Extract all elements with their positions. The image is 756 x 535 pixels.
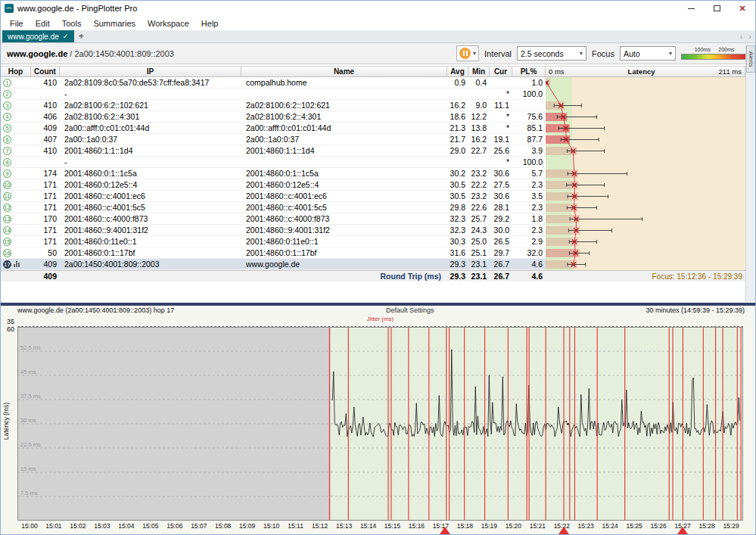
col-header-min[interactable]: Min: [468, 66, 490, 77]
hop-number-badge: 12: [3, 204, 11, 212]
table-row-hop-5[interactable]: 54092a00::afff:0:c01:c01:44d2a00::afff:0…: [1, 123, 745, 134]
caret-down-icon: ▾: [580, 50, 583, 57]
minimize-button[interactable]: [678, 1, 704, 16]
table-row-hop-11[interactable]: 111712001:4860::c:4001:ec62001:4860::c:4…: [1, 191, 745, 202]
cell-avg: 30.2: [447, 168, 468, 179]
tab-target[interactable]: www.google.de ✓: [2, 30, 74, 42]
cell-cur: 29.7: [490, 247, 512, 258]
close-button[interactable]: ✕: [730, 1, 755, 16]
time-axis-label: 15:28: [698, 522, 714, 530]
maximize-button[interactable]: [704, 1, 730, 16]
col-header-ip[interactable]: IP: [60, 66, 241, 77]
menu-tools[interactable]: Tools: [56, 17, 88, 30]
hop-number-badge: 15: [3, 238, 11, 246]
cell-name: 2001:4860:0:1::17bf: [241, 247, 447, 258]
col-header-count[interactable]: Count: [31, 66, 60, 77]
cell-latency-graph: [546, 202, 745, 213]
col-header-avg[interactable]: Avg: [447, 66, 468, 77]
new-tab-button[interactable]: +: [74, 30, 88, 42]
table-row-hop-9[interactable]: 91742001:4860:0:1::1c5a2001:4860:0:1::1c…: [1, 168, 745, 179]
table-row-hop-8[interactable]: 8-*100.0: [1, 157, 745, 168]
cell-hop: 14: [1, 225, 31, 235]
cell-cur: 19.1: [490, 134, 512, 145]
tab-scroll-left-icon[interactable]: ‹: [740, 32, 743, 41]
table-row-hop-15[interactable]: 151712001:4860:0:11e0::12001:4860:0:11e0…: [1, 236, 745, 247]
table-row-hop-6[interactable]: 64072a00::1a0:0:372a00::1a0:0:3721.716.2…: [1, 134, 745, 145]
cell-name: compalhub.home: [241, 77, 447, 88]
cell-count: 410: [31, 100, 60, 110]
hop-number-badge: 1: [3, 79, 11, 87]
cell-avg: 30.5: [447, 191, 468, 201]
alert-marker-icon: [558, 527, 569, 534]
caret-down-icon: ▾: [669, 50, 672, 57]
table-row-hop-14[interactable]: 141712001:4860::9:4001:31f22001:4860::9:…: [1, 225, 745, 236]
caret-down-icon[interactable]: ▾: [473, 50, 476, 57]
cell-ip: -: [60, 89, 241, 99]
alerts-tab[interactable]: Alerts: [746, 45, 755, 73]
cell-name: 2001:4860::9:4001:31f2: [241, 225, 447, 235]
table-row-hop-1[interactable]: 14102a02:8109:8c0:5a70:de53:7cff:fea8:34…: [1, 77, 745, 89]
interval-value: 2.5 seconds: [521, 49, 564, 58]
cell-ip: 2a02:8109:8c0:5a70:de53:7cff:fea8:3417: [60, 77, 241, 88]
toolbar: www.google.de / 2a00:1450:4001:809::2003…: [1, 43, 755, 64]
table-row-hop-7[interactable]: 74102001:4860:1:1::1d42001:4860:1:1::1d4…: [1, 145, 745, 157]
col-header-hop[interactable]: Hop: [1, 66, 31, 77]
menu-bar: FileEditToolsSummariesWorkspaceHelp: [1, 16, 755, 30]
cell-count: [31, 157, 60, 167]
cell-ip: 2a02:8100:6:2::102:621: [60, 100, 241, 110]
pause-button[interactable]: ▾: [456, 45, 479, 61]
alert-marker-icon: [677, 527, 688, 534]
menu-edit[interactable]: Edit: [30, 17, 56, 30]
legend-tick-200ms: 200ms: [718, 47, 734, 52]
hop-number-badge: 13: [3, 215, 11, 223]
cell-name: 2001:4860:0:1::1c5a: [241, 168, 447, 179]
maximize-icon: [714, 5, 720, 11]
menu-file[interactable]: File: [4, 17, 30, 30]
menu-workspace[interactable]: Workspace: [142, 17, 195, 30]
col-header-pl[interactable]: PL%: [512, 66, 546, 77]
col-header-latency[interactable]: 0 ms Latency 211 ms: [546, 66, 745, 77]
cell-count: 410: [31, 145, 60, 156]
table-row-hop-13[interactable]: 131702001:4860::c:4000:f8732001:4860::c:…: [1, 213, 745, 225]
table-row-hop-3[interactable]: 34102a02:8100:6:2::102:6212a02:8100:6:2:…: [1, 100, 745, 111]
cell-name: 2001:4860:0:12e5::4: [241, 179, 447, 190]
cell-min: [468, 157, 490, 167]
menu-summaries[interactable]: Summaries: [87, 17, 142, 30]
legend-tick-100ms: 100ms: [695, 47, 711, 52]
time-axis-label: 15:18: [457, 522, 473, 530]
cell-hop: 10: [1, 179, 31, 190]
svg-text:45 ms: 45 ms: [20, 369, 36, 375]
cell-pl: 2.9: [512, 236, 546, 247]
timeline-graph[interactable]: 52.5 ms45 ms37.5 ms30 ms22.5 ms15 ms7.5 …: [17, 327, 743, 521]
col-header-cur[interactable]: Cur: [490, 66, 512, 77]
table-row-hop-10[interactable]: 101712001:4860:0:12e5::42001:4860:0:12e5…: [1, 179, 745, 191]
cell-ip: 2001:4860:0:1::1c5a: [60, 168, 241, 179]
interval-select[interactable]: 2.5 seconds ▾: [517, 46, 586, 61]
table-row-hop-12[interactable]: 121712001:4860::c:4001:5c52001:4860::c:4…: [1, 202, 745, 213]
tab-scroll-right-icon[interactable]: ›: [748, 32, 751, 41]
cell-min: 0.4: [468, 77, 490, 88]
table-header: Hop Count IP Name Avg Min Cur PL% 0 ms L…: [1, 66, 745, 77]
table-row-hop-16[interactable]: 16502001:4860:0:1::17bf2001:4860:0:1::17…: [1, 247, 745, 259]
cell-min: 22.7: [468, 145, 490, 156]
cell-latency-graph: [546, 259, 745, 269]
cell-ip: 2a00::afff:0:c01:c01:44d: [60, 123, 241, 133]
focus-select[interactable]: Auto ▾: [620, 46, 676, 61]
table-row-hop-4[interactable]: 44062a02:8100:6:2::4:3012a02:8100:6:2::4…: [1, 111, 745, 123]
cell-hop: 12: [1, 202, 31, 213]
cell-pl: 1.8: [512, 213, 546, 224]
menu-help[interactable]: Help: [195, 17, 225, 30]
col-header-name[interactable]: Name: [241, 66, 447, 77]
cell-count: 409: [31, 123, 60, 133]
table-row-hop-2[interactable]: 2-*100.0: [1, 89, 745, 100]
cell-latency-graph: [546, 145, 745, 156]
hop-number-badge: 11: [3, 192, 11, 201]
cell-cur: 29.2: [490, 213, 512, 224]
time-axis-label: 15:29: [723, 522, 739, 530]
cell-pl: 2.3: [512, 225, 546, 235]
cell-pl: 2.3: [512, 179, 546, 190]
time-axis-label: 15:15: [384, 522, 400, 530]
cell-cur: *: [490, 89, 512, 99]
cell-name: 2001:4860::c:4001:ec6: [241, 191, 447, 201]
table-row-hop-17[interactable]: 174092a00:1450:4001:809::2003www.google.…: [1, 259, 745, 270]
